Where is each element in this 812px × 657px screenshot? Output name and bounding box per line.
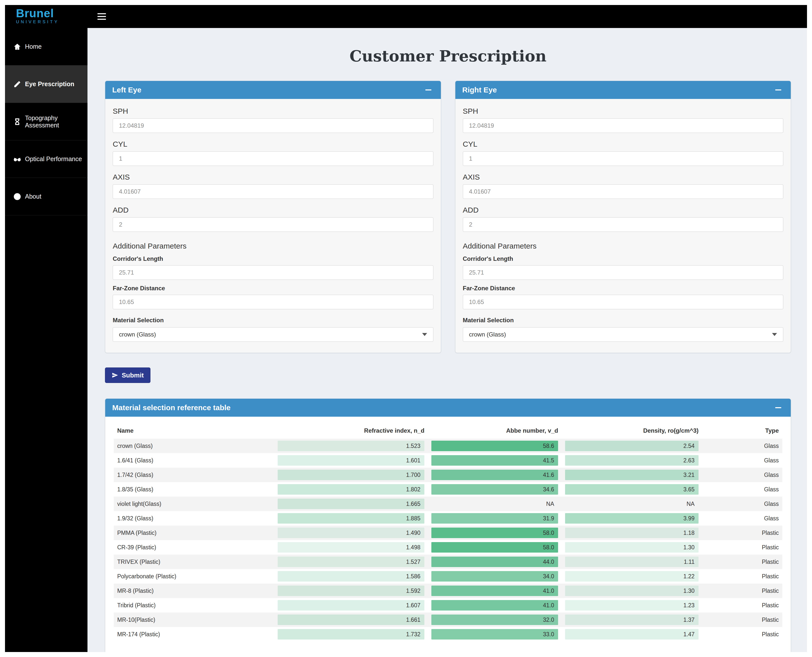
far-zone-distance-input[interactable] — [463, 295, 784, 309]
density-bar: 3.99 — [565, 513, 698, 524]
material-type: Plastic — [702, 613, 782, 627]
app-window: Brunel UNIVERSITY Home Eye Prescription … — [5, 5, 807, 652]
material-selection-value: crown (Glass) — [119, 331, 156, 338]
refractive-index-cell: 1.732 — [274, 627, 428, 641]
material-name: PMMA (Plastic) — [114, 526, 274, 540]
left-eye-panel-title: Left Eye — [112, 86, 142, 94]
density-cell: 1.30 — [561, 584, 702, 598]
minus-icon — [425, 89, 432, 90]
collapse-button[interactable] — [773, 405, 784, 411]
refractive-index-cell: 1.885 — [274, 511, 428, 526]
abbe-number-cell: 41.6 — [428, 468, 561, 482]
refractive-index-bar: 1.498 — [277, 542, 424, 553]
page-title: Customer Prescription — [105, 47, 791, 65]
density-bar: 2.63 — [565, 455, 698, 466]
submit-button[interactable]: Submit — [105, 367, 150, 383]
add-label: ADD — [463, 206, 784, 214]
sidebar-item-home[interactable]: Home — [5, 28, 87, 65]
material-name: CR-39 (Plastic) — [114, 540, 274, 554]
density-cell: 3.65 — [561, 482, 702, 497]
material-name: 1.7/42 (Glass) — [114, 468, 274, 482]
table-row: Polycarbonate (Plastic)1.58634.01.22Plas… — [114, 569, 782, 584]
minus-icon — [775, 89, 781, 90]
abbe-number-bar: 58.6 — [432, 441, 558, 451]
material-type: Glass — [702, 453, 782, 468]
material-table-wrap: Name Refractive index, n_d Abbe number, … — [105, 417, 791, 652]
sph-input[interactable] — [113, 118, 433, 133]
abbe-number-cell: 44.0 — [428, 554, 561, 569]
column-header-abbe-number: Abbe number, v_d — [428, 422, 561, 439]
material-type: Plastic — [702, 569, 782, 584]
abbe-number-cell: 41.5 — [428, 453, 561, 468]
abbe-number-bar: 33.0 — [432, 629, 558, 640]
home-icon — [14, 43, 21, 50]
eye-panels-row: Left Eye SPH CYL AXIS ADD Additional Par… — [105, 81, 791, 353]
density-cell: NA — [561, 497, 702, 511]
refractive-index-bar: 1.700 — [277, 470, 424, 480]
far-zone-distance-input[interactable] — [113, 295, 433, 309]
right-eye-panel-title: Right Eye — [462, 86, 497, 94]
pencil-icon — [14, 81, 21, 88]
sidebar-toggle-button[interactable] — [95, 11, 109, 22]
table-row: crown (Glass)1.52358.62.54Glass — [114, 439, 782, 453]
refractive-index-bar: 1.732 — [277, 629, 424, 640]
material-name: 1.9/32 (Glass) — [114, 511, 274, 526]
density-bar: 1.47 — [565, 629, 698, 640]
table-row: 1.7/42 (Glass)1.70041.63.21Glass — [114, 468, 782, 482]
abbe-number-cell: 58.6 — [428, 439, 561, 453]
left-eye-panel: Left Eye SPH CYL AXIS ADD Additional Par… — [105, 81, 441, 353]
refractive-index-bar: 1.527 — [277, 557, 424, 567]
density-cell: 1.18 — [561, 526, 702, 540]
left-eye-panel-body: SPH CYL AXIS ADD Additional Parameters C… — [105, 99, 441, 353]
far-zone-distance-label: Far-Zone Distance — [463, 285, 784, 292]
table-header-row: Name Refractive index, n_d Abbe number, … — [114, 422, 782, 439]
sidebar-item-optical-performance[interactable]: Optical Performance — [5, 140, 87, 178]
refractive-index-bar: 1.586 — [277, 571, 424, 582]
abbe-number-cell: 58.0 — [428, 526, 561, 540]
material-type: Glass — [702, 468, 782, 482]
table-row: MR-8 (Plastic)1.59241.01.30Plastic — [114, 584, 782, 598]
abbe-number-cell: 33.0 — [428, 627, 561, 641]
table-row: 1.8/35 (Glass)1.80234.63.65Glass — [114, 482, 782, 497]
collapse-button[interactable] — [423, 87, 434, 93]
hourglass-icon — [14, 118, 21, 125]
density-cell: 2.63 — [561, 453, 702, 468]
add-input[interactable] — [463, 217, 784, 232]
table-row: PMMA (Plastic)1.49058.01.18Plastic — [114, 526, 782, 540]
brand-subtitle: UNIVERSITY — [16, 19, 87, 25]
sidebar-item-about[interactable]: About — [5, 178, 87, 215]
material-selection-select[interactable]: crown (Glass) — [463, 327, 784, 342]
add-input[interactable] — [113, 217, 433, 232]
abbe-number-cell: 41.0 — [428, 584, 561, 598]
density-cell: 1.47 — [561, 627, 702, 641]
material-name: MR-174 (Plastic) — [114, 627, 274, 641]
table-row: 1.9/32 (Glass)1.88531.93.99Glass — [114, 511, 782, 526]
sidebar-item-topography-assessment[interactable]: Topography Assessment — [5, 103, 87, 140]
abbe-number-cell: 41.0 — [428, 598, 561, 613]
corridor-length-input[interactable] — [113, 265, 433, 280]
density-cell: 1.22 — [561, 569, 702, 584]
abbe-number-cell: 34.6 — [428, 482, 561, 497]
refractive-index-cell: 1.802 — [274, 482, 428, 497]
sidebar-item-eye-prescription[interactable]: Eye Prescription — [5, 65, 87, 103]
axis-input[interactable] — [113, 184, 433, 199]
table-row: violet light(Glass)1.665NANAGlass — [114, 497, 782, 511]
material-name: crown (Glass) — [114, 439, 274, 453]
abbe-number-cell: NA — [428, 497, 561, 511]
table-row: CR-39 (Plastic)1.49858.01.30Plastic — [114, 540, 782, 554]
material-selection-select[interactable]: crown (Glass) — [113, 327, 433, 342]
refractive-index-bar: 1.661 — [277, 615, 424, 625]
cyl-input[interactable] — [463, 151, 784, 166]
cyl-input[interactable] — [113, 151, 433, 166]
collapse-button[interactable] — [773, 87, 784, 93]
abbe-number-bar: 31.9 — [432, 513, 558, 524]
right-eye-panel-header: Right Eye — [455, 81, 791, 99]
material-table-body: crown (Glass)1.52358.62.54Glass1.6/41 (G… — [114, 439, 782, 641]
abbe-number-bar: 58.0 — [432, 542, 558, 553]
refractive-index-cell: 1.661 — [274, 613, 428, 627]
corridor-length-input[interactable] — [463, 265, 784, 280]
axis-input[interactable] — [463, 184, 784, 199]
additional-parameters-heading: Additional Parameters — [463, 242, 784, 250]
chevron-down-icon — [422, 333, 427, 336]
sph-input[interactable] — [463, 118, 784, 133]
